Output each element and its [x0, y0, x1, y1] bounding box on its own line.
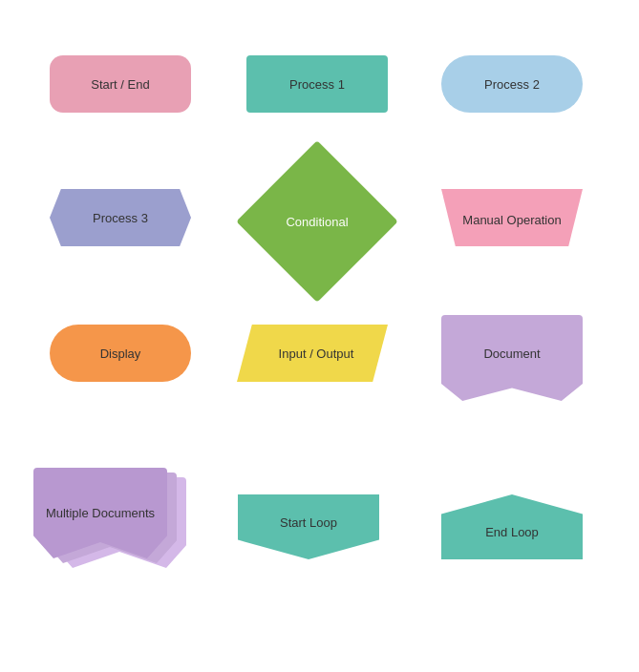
display-label: Display [100, 346, 141, 361]
process1-label: Process 1 [289, 77, 345, 92]
end-loop-shape[interactable]: End Loop [441, 494, 583, 559]
end-loop-label: End Loop [485, 525, 539, 539]
start-loop-shape[interactable]: Start Loop [238, 494, 379, 559]
multiple-documents-label: Multiple Documents [33, 468, 167, 558]
process1-shape[interactable]: Process 1 [246, 55, 388, 113]
start-loop-label: Start Loop [280, 515, 337, 530]
process2-shape[interactable]: Process 2 [441, 55, 583, 113]
document-label: Document [483, 346, 540, 361]
conditional-label: Conditional [246, 151, 388, 292]
conditional-container[interactable]: Conditional [246, 151, 388, 292]
document-shape[interactable]: Document [441, 315, 583, 401]
process2-label: Process 2 [484, 77, 540, 92]
multiple-documents-container[interactable]: Multiple Documents [33, 468, 205, 592]
process3-shape[interactable]: Process 3 [50, 189, 191, 246]
manual-operation-label: Manual Operation [462, 213, 561, 227]
input-output-shape[interactable]: Input / Output [237, 325, 388, 382]
display-shape[interactable]: Display [50, 325, 191, 382]
canvas: Start / End Process 1 Process 2 Process … [0, 0, 639, 672]
start-end-shape[interactable]: Start / End [50, 55, 191, 113]
input-output-label: Input / Output [279, 346, 354, 361]
start-end-label: Start / End [91, 77, 149, 92]
manual-operation-shape[interactable]: Manual Operation [441, 189, 583, 246]
process3-label: Process 3 [93, 211, 148, 225]
